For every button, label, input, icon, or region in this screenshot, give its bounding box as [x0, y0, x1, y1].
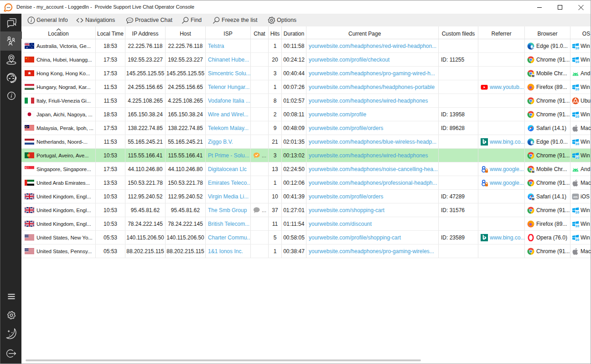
svg-text:10: 10 [575, 59, 579, 63]
svg-text:M: M [532, 197, 534, 200]
svg-text:M: M [532, 74, 534, 77]
svg-text:10: 10 [575, 114, 579, 118]
svg-text:10: 10 [575, 224, 579, 227]
svg-text:10: 10 [575, 87, 579, 90]
svg-text:10: 10 [575, 210, 579, 213]
svg-text:iOS: iOS [573, 195, 578, 198]
svg-text:M: M [532, 170, 534, 172]
svg-text:10: 10 [575, 237, 579, 241]
svg-text:10: 10 [575, 141, 579, 145]
svg-text:10: 10 [575, 46, 579, 49]
svg-text:10: 10 [575, 155, 579, 159]
